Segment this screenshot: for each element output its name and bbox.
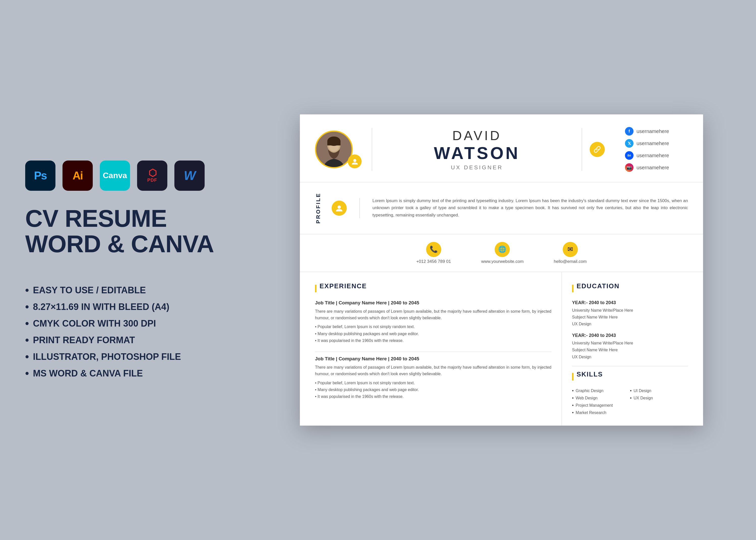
skills-title: SKILLS [576, 370, 603, 378]
education-title: EDUCATION [576, 282, 620, 290]
edu-item-1: YEAR:- 2040 to 2043 University Name Writ… [572, 300, 688, 328]
feature-1: • EASY TO USE / EDITABLE [25, 284, 252, 296]
contact-bar: 📞 +012 3456 789 01 🌐 www.yourwebsite.com… [300, 234, 703, 272]
job-bullet-2-0: • Popular belief, Lorem Ipsum is not sim… [315, 379, 552, 386]
website-icon-circle: 🌐 [495, 242, 510, 257]
experience-title: EXPERIENCE [319, 282, 367, 290]
skill-6: • Market Research [572, 410, 688, 416]
profile-user-icon [332, 201, 347, 216]
job-item-1: Job Title | Company Name Here | 2040 to … [315, 300, 552, 344]
profile-label: PROFILE [315, 193, 321, 223]
feature-3: • CMYK COLOR WITH 300 DPI [25, 318, 252, 330]
resume-job-title: UX DESIGNER [382, 164, 571, 171]
edu-university-1: University Name Write/Place Here [572, 307, 688, 314]
resume-header: DAVID WATSON UX DESIGNER [300, 114, 703, 183]
section-accent-bar [315, 285, 316, 292]
skills-grid: • Graphic Design • UI Design • Web Desig… [572, 388, 688, 416]
left-panel: Ps Ai Canva ⬡ PDF W CV RESUME WORD & CAN… [25, 161, 252, 380]
job-item-2: Job Title | Company Name Here | 2040 to … [315, 356, 552, 400]
feature-5: • ILLUSTRATOR, PHOTOSHOP FILE [25, 351, 252, 363]
header-name-section: DAVID WATSON UX DESIGNER [372, 128, 582, 171]
pdf-icon: ⬡ PDF [137, 161, 167, 191]
job-bullet-1-2: • It was popularised in the 1960s with t… [315, 337, 552, 344]
feature-4: • PRINT READY FORMAT [25, 334, 252, 346]
exp-divider [315, 351, 552, 352]
facebook-icon: f [625, 127, 634, 136]
svg-point-5 [353, 159, 356, 162]
social-facebook: f usernamehere [625, 127, 688, 136]
job-bullet-1-1: • Many desktop publishing packages and w… [315, 330, 552, 337]
edu-year-1: YEAR:- 2040 to 2043 [572, 300, 688, 305]
edu-university-2: University Name Write/Place Here [572, 340, 688, 346]
skills-accent-bar [572, 373, 573, 380]
link-icon-circle [590, 142, 605, 157]
illustrator-icon: Ai [63, 161, 93, 191]
resume-first-name: DAVID [382, 128, 571, 143]
canva-icon: Canva [100, 161, 130, 191]
svg-rect-4 [327, 141, 340, 146]
job-desc-1: There are many variations of passages of… [315, 308, 552, 322]
contact-phone: 📞 +012 3456 789 01 [416, 242, 451, 264]
social-links: f usernamehere 𝕏 usernamehere Bē usernam… [612, 127, 688, 172]
edu-accent-bar [572, 285, 573, 292]
title-line2: WORD & CANVA [25, 231, 252, 257]
product-title: CV RESUME WORD & CANVA [25, 206, 252, 257]
contact-email: ✉ hello@email.com [554, 242, 587, 264]
twitter-icon: 𝕏 [625, 139, 634, 148]
phone-value: +012 3456 789 01 [416, 259, 451, 264]
skill-3: • Web Design [572, 396, 630, 401]
main-container: Ps Ai Canva ⬡ PDF W CV RESUME WORD & CAN… [25, 31, 731, 509]
job-bullet-1-0: • Popular belief, Lorem Ipsum is not sim… [315, 323, 552, 330]
job-title-1: Job Title | Company Name Here | 2040 to … [315, 300, 552, 306]
resume-body: EXPERIENCE Job Title | Company Name Here… [300, 272, 703, 426]
education-skills-section: EDUCATION YEAR:- 2040 to 2043 University… [562, 272, 703, 426]
profile-divider [359, 198, 360, 218]
social-behance: Bē usernamehere [625, 151, 688, 160]
contact-website: 🌐 www.yourwebsite.com [481, 242, 523, 264]
behance-icon: Bē [625, 151, 634, 160]
instagram-icon: 📷 [625, 163, 634, 172]
job-bullet-2-2: • It was popularised in the 1960s with t… [315, 393, 552, 400]
profile-text: Lorem Ipsum is simply dummy text of the … [372, 197, 688, 219]
social-twitter: 𝕏 usernamehere [625, 139, 688, 148]
email-icon-circle: ✉ [563, 242, 578, 257]
edu-field-1: UX Design [572, 321, 688, 327]
edu-item-2: YEAR:- 2040 to 2043 University Name Writ… [572, 333, 688, 360]
job-desc-2: There are many variations of passages of… [315, 364, 552, 377]
photoshop-icon: Ps [25, 161, 56, 191]
features-list: • EASY TO USE / EDITABLE • 8.27×11.69 IN… [25, 284, 252, 379]
avatar [315, 131, 353, 168]
resume-preview: DAVID WATSON UX DESIGNER [272, 114, 731, 425]
email-value: hello@email.com [554, 259, 587, 264]
edu-year-2: YEAR:- 2040 to 2043 [572, 333, 688, 338]
svg-point-6 [338, 205, 341, 208]
resume-document: DAVID WATSON UX DESIGNER [300, 114, 703, 425]
job-title-2: Job Title | Company Name Here | 2040 to … [315, 356, 552, 361]
edu-subject-1: Subject Name Write Here [572, 314, 688, 321]
social-instagram: 📷 usernamehere [625, 163, 688, 172]
skill-2: • UI Design [630, 388, 688, 394]
edu-subject-2: Subject Name Write Here [572, 346, 688, 353]
feature-6: • MS WORD & CANVA FILE [25, 367, 252, 379]
skill-4: • UX Design [630, 396, 688, 401]
app-icons-row: Ps Ai Canva ⬡ PDF W [25, 161, 252, 191]
website-value: www.yourwebsite.com [481, 259, 523, 264]
job-bullet-2-1: • Many desktop publishing packages and w… [315, 386, 552, 393]
resume-last-name: WATSON [382, 143, 571, 163]
title-line1: CV RESUME [25, 206, 252, 231]
word-icon: W [175, 161, 204, 191]
profile-section: PROFILE Lorem Ipsum is simply dummy text… [300, 183, 703, 234]
skill-5: • Project Management [572, 403, 688, 408]
experience-section: EXPERIENCE Job Title | Company Name Here… [300, 272, 562, 426]
header-user-icon [348, 155, 362, 168]
skill-1: • Graphic Design [572, 388, 630, 394]
phone-icon-circle: 📞 [426, 242, 441, 257]
skills-divider [572, 366, 688, 366]
edu-field-2: UX Design [572, 353, 688, 360]
avatar-section [315, 131, 362, 168]
feature-2: • 8.27×11.69 IN WITH BLEED (A4) [25, 301, 252, 313]
